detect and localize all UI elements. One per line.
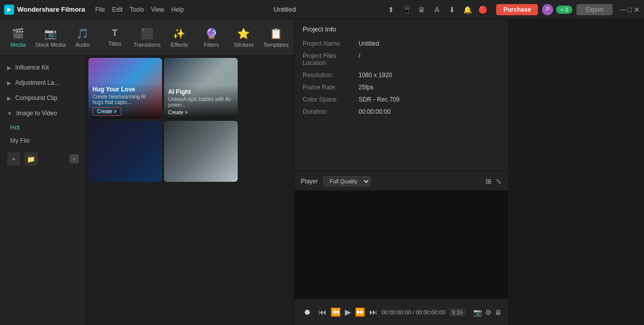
tab-stickers-label: Stickers [234, 42, 253, 48]
collapse-sidebar-button[interactable]: ‹ [70, 154, 79, 164]
card-overlay-hug: Hug Your Love Create heartwarming AI hug… [88, 83, 162, 119]
media-grid: Hug Your Love Create heartwarming AI hug… [86, 56, 294, 325]
card-title-hug: Hug Your Love [92, 86, 158, 93]
notification-dot[interactable]: 🔴 [477, 4, 488, 15]
tab-filters[interactable]: 🔮 Filters [196, 21, 228, 54]
media-card-4[interactable] [164, 121, 238, 182]
app-name: Wondershare Filmora [17, 6, 85, 13]
menu-file[interactable]: File [95, 6, 105, 13]
project-info-panel: Project Info Project Name: Untitled Proj… [295, 19, 508, 172]
tab-audio[interactable]: 🎵 Audio [67, 21, 99, 54]
close-button[interactable]: ✕ [634, 6, 640, 14]
info-value-duration: 00:00:00:00 [359, 108, 391, 115]
menu-tools[interactable]: Tools [130, 6, 144, 13]
user-avatar[interactable]: P [542, 4, 553, 15]
info-label-name: Project Name: [303, 40, 359, 47]
player-footer: ⏮ ⏪ ▶ ⏩ ⏭ 00:00:00:00 / 00:00:00:00 9:16… [295, 299, 508, 325]
settings-icon[interactable]: ⚙ [485, 308, 492, 316]
progress-thumb[interactable] [305, 310, 310, 315]
skip-back-button[interactable]: ⏮ [318, 308, 327, 317]
sidebar-sub-hot[interactable]: Hot [0, 121, 86, 134]
media-card-fight[interactable]: AI Fight Unleash epic battles with AI-po… [164, 58, 238, 119]
tab-stickers[interactable]: ⭐ Stickers [228, 21, 260, 54]
media-card-3[interactable] [88, 121, 162, 182]
tab-transitions[interactable]: ⬛ Transitions [131, 21, 163, 54]
player-right-icons: 📷 ⚙ 🖥 [473, 308, 502, 316]
sidebar-item-adjustment[interactable]: ▶ Adjustment La... [0, 75, 86, 90]
info-label-duration: Duration: [303, 108, 359, 115]
stickers-icon: ⭐ [237, 27, 250, 40]
card-desc-fight: Unleash epic battles with AI-power... [168, 96, 234, 108]
player-icons: ⊞ ⤡ [486, 177, 502, 185]
menu-view[interactable]: View [151, 6, 164, 13]
sidebar-item-compound-clip[interactable]: ▶ Compound Clip [0, 90, 86, 106]
sidebar-label: Image to Video [16, 110, 57, 117]
info-row-framerate: Frame Rate: 25fps [303, 84, 500, 91]
export-button[interactable]: Export [576, 4, 613, 15]
grid-view-icon[interactable]: ⊞ [486, 177, 492, 185]
tab-effects-label: Effects [171, 42, 187, 48]
time-display: 00:00:00:00 / 00:00:00:00 [381, 309, 445, 315]
tab-titles-label: Titles [108, 41, 121, 47]
card-title-fight: AI Fight [168, 88, 234, 95]
info-label-location: Project Files Location: [303, 52, 359, 67]
info-row-colorspace: Color Space: SDR - Rec.709 [303, 96, 500, 103]
text-icon[interactable]: A [431, 4, 442, 15]
step-forward-button[interactable]: ⏩ [355, 307, 365, 317]
tab-stock-label: Stock Media [35, 42, 66, 48]
chevron-icon: ▶ [7, 80, 11, 86]
tab-stock-media[interactable]: 📷 Stock Media [34, 21, 66, 54]
menu-edit[interactable]: Edit [112, 6, 123, 13]
info-value-framerate: 25fps [359, 84, 373, 91]
menu-help[interactable]: Help [171, 6, 184, 13]
snapshot-icon[interactable]: 📷 [473, 308, 482, 316]
player-area: Player Full Quality ⊞ ⤡ ⏮ ⏪ ▶ ⏩ ⏭ [295, 172, 508, 325]
tab-effects[interactable]: ✨ Effects [163, 21, 195, 54]
download-icon[interactable]: ⬇ [446, 4, 458, 15]
thumbnail-4 [164, 121, 238, 182]
info-value-colorspace: SDR - Rec.709 [359, 96, 400, 103]
user-area: P + 0 [542, 4, 572, 15]
card-create-hug[interactable]: Create > [92, 107, 121, 116]
tab-filters-label: Filters [204, 42, 219, 48]
monitor-icon[interactable]: 🖥 [416, 4, 427, 15]
player-label: Player [301, 178, 318, 185]
tab-media[interactable]: 🎬 Media [2, 21, 34, 54]
window-title: Untitled [184, 6, 385, 13]
fullscreen-icon[interactable]: ⤡ [496, 177, 502, 185]
project-info-title: Project Info [303, 25, 500, 33]
share-icon[interactable]: ⬆ [385, 4, 397, 15]
progress-bar[interactable] [305, 311, 310, 313]
phone-icon[interactable]: 📱 [401, 4, 412, 15]
card-create-fight[interactable]: Create > [168, 110, 188, 115]
app-logo: ▶ Wondershare Filmora [4, 5, 85, 15]
media-card-hug[interactable]: Hug Your Love Create heartwarming AI hug… [88, 58, 162, 119]
sidebar-label: Influence Kit [15, 64, 49, 71]
media-icon: 🎬 [12, 27, 24, 40]
tab-templates[interactable]: 📋 Templates [260, 21, 292, 54]
thumbnail-3 [88, 121, 162, 182]
quality-select[interactable]: Full Quality [323, 176, 371, 186]
sidebar-label: Adjustment La... [15, 79, 59, 86]
info-label-colorspace: Color Space: [303, 96, 359, 103]
play-button[interactable]: ▶ [345, 307, 351, 317]
minimize-button[interactable]: ─ [621, 6, 626, 14]
step-back-button[interactable]: ⏪ [331, 307, 341, 317]
open-folder-button[interactable]: 📁 [24, 152, 38, 166]
info-row-duration: Duration: 00:00:00:00 [303, 108, 500, 115]
card-overlay-fight: AI Fight Unleash epic battles with AI-po… [164, 85, 238, 119]
info-row-location: Project Files Location: / [303, 52, 500, 67]
pip-icon[interactable]: 🖥 [495, 308, 502, 316]
info-value-name: Untitled [359, 40, 379, 47]
maximize-button[interactable]: □ [628, 6, 632, 14]
sidebar-item-image-to-video[interactable]: ▼ Image to Video [0, 106, 86, 121]
purchase-button[interactable]: Purchase [496, 4, 538, 15]
add-folder-button[interactable]: + [7, 152, 20, 166]
player-screen [295, 191, 508, 299]
menu-bar: File Edit Tools View Help [95, 6, 184, 13]
sidebar-item-influence-kit[interactable]: ▶ Influence Kit [0, 60, 86, 75]
bell-icon[interactable]: 🔔 [462, 4, 473, 15]
tab-titles[interactable]: T Titles [99, 21, 131, 54]
skip-forward-button[interactable]: ⏭ [369, 308, 377, 317]
sidebar-sub-my-file[interactable]: My File [0, 134, 86, 147]
